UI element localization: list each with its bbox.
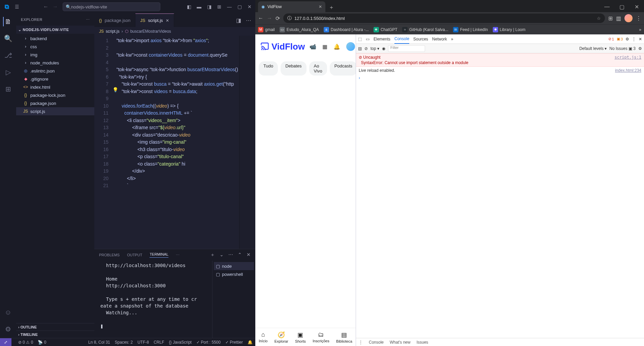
- nav-Início[interactable]: ⌂Início: [259, 331, 267, 343]
- bookmark-Dashboard | Alura -...[interactable]: aDashboard | Alura -...: [324, 27, 369, 32]
- chip-Ao Vivo[interactable]: Ao Vivo: [309, 61, 327, 76]
- chip-Debates[interactable]: Debates: [281, 61, 306, 76]
- project-header[interactable]: ⌄NODEJS-VIDFLOW-VITE: [16, 26, 94, 34]
- code-editor[interactable]: 123456789101112131415161718192021 💡 "tok…: [94, 36, 255, 249]
- nav-Inscrições[interactable]: 🗂Inscrições: [313, 331, 329, 343]
- tab-network[interactable]: Network: [432, 37, 447, 41]
- more-tabs-icon[interactable]: »: [451, 37, 453, 41]
- source-link[interactable]: index.html:234: [615, 68, 641, 73]
- back-icon[interactable]: ←: [43, 4, 49, 10]
- timeline-section[interactable]: › TIMELINE: [16, 330, 94, 338]
- bookmark-GitHub (Karol Salva...[interactable]: ○GitHub (Karol Salva...: [402, 27, 448, 32]
- folder-css[interactable]: ›css: [16, 42, 94, 51]
- drawer-more-icon[interactable]: ⋮: [359, 340, 363, 345]
- chip-Podcasts[interactable]: Podcasts: [330, 61, 357, 76]
- more-icon[interactable]: ⋯: [228, 252, 233, 258]
- terminal-powershell[interactable]: ▢powershell: [214, 270, 254, 278]
- log-levels[interactable]: Default levels ▾: [579, 46, 607, 51]
- menu-icon[interactable]: ⋮: [636, 15, 641, 22]
- tab-terminal[interactable]: TERMINAL: [150, 252, 168, 258]
- user-avatar[interactable]: [346, 42, 355, 51]
- vidflow-logo[interactable]: VidFlow: [260, 41, 305, 52]
- bookmark-Estudo_Alura_QA[interactable]: ▭Estudo_Alura_QA: [280, 27, 319, 32]
- source-link[interactable]: script.js:1: [615, 55, 641, 65]
- split-terminal-icon[interactable]: ⌄: [220, 252, 224, 258]
- file-.eslintrc.json[interactable]: ◎.eslintrc.json: [16, 67, 94, 75]
- source-control-icon[interactable]: ⎇: [3, 51, 13, 60]
- layout-customize-icon[interactable]: ⊞: [216, 4, 222, 9]
- bookmark-star-icon[interactable]: ☆: [597, 16, 601, 21]
- bookmark-ChatGPT[interactable]: ❖ChatGPT: [374, 27, 397, 32]
- console-settings-gear-icon[interactable]: ⚙: [638, 46, 642, 51]
- language-mode[interactable]: {} JavaScript: [169, 340, 192, 345]
- file-package.json[interactable]: {}package.json: [16, 99, 94, 107]
- extensions-icon[interactable]: ⊞: [608, 15, 613, 22]
- info-icon[interactable]: ⓘ: [287, 15, 292, 21]
- outline-section[interactable]: › OUTLINE: [16, 323, 94, 330]
- context-selector[interactable]: top ▾: [371, 46, 379, 51]
- nav-Biblioteca[interactable]: ▤Biblioteca: [336, 331, 352, 343]
- bookmark-Feed | LinkedIn[interactable]: inFeed | LinkedIn: [453, 27, 488, 32]
- more-icon[interactable]: ⋯: [246, 17, 251, 24]
- more-icon[interactable]: ⋮: [632, 37, 636, 41]
- side-panel-icon[interactable]: ▥: [616, 15, 621, 22]
- prettier-status[interactable]: ✓ Prettier: [225, 340, 243, 345]
- console-error[interactable]: ⊘ Uncaught SyntaxError: Cannot use impor…: [356, 53, 644, 67]
- extensions-icon[interactable]: ⊞: [3, 84, 13, 94]
- editor-tab-package.json[interactable]: {}package.json: [94, 13, 135, 27]
- layout-primary-icon[interactable]: ◧: [186, 4, 192, 9]
- back-icon[interactable]: ←: [258, 15, 263, 21]
- live-server-port[interactable]: ✓ Port : 5500: [196, 340, 221, 345]
- new-tab-button[interactable]: ＋: [327, 3, 336, 12]
- close-icon[interactable]: ✕: [629, 1, 644, 12]
- console-log[interactable]: Live reload enabled.index.html:234: [356, 67, 644, 74]
- tab-sources[interactable]: Sources: [413, 37, 428, 41]
- folder-img[interactable]: ›img: [16, 51, 94, 59]
- tab-output[interactable]: OUTPUT: [127, 253, 142, 257]
- grid-icon[interactable]: ▦: [322, 44, 327, 50]
- close-tab-icon[interactable]: ✕: [166, 18, 169, 23]
- clear-console-icon[interactable]: ⊘: [364, 46, 368, 51]
- hamburger-icon[interactable]: ☰: [15, 4, 23, 9]
- eye-icon[interactable]: ◉: [382, 46, 385, 51]
- console-output[interactable]: ⊘ Uncaught SyntaxError: Cannot use impor…: [356, 53, 644, 338]
- tab-console[interactable]: Console: [394, 34, 409, 44]
- inspect-icon[interactable]: ⬚: [358, 37, 362, 41]
- tab-elements[interactable]: Elements: [374, 37, 390, 41]
- new-terminal-icon[interactable]: ＋: [210, 252, 215, 258]
- close-tab-icon[interactable]: ✕: [319, 4, 322, 9]
- close-panel-icon[interactable]: ✕: [247, 252, 251, 258]
- maximize-icon[interactable]: ▢: [236, 4, 243, 9]
- settings-gear-icon[interactable]: ⚙: [625, 37, 629, 41]
- close-devtools-icon[interactable]: ✕: [639, 37, 642, 41]
- notifications-icon[interactable]: 🔔: [248, 340, 253, 345]
- profile-avatar[interactable]: [624, 14, 633, 22]
- terminal-node[interactable]: ▢node: [214, 262, 254, 270]
- bookmark-gmail[interactable]: Mgmail: [258, 27, 275, 32]
- minimize-icon[interactable]: —: [226, 4, 232, 9]
- nav-Explorar[interactable]: 🧭Explorar: [275, 331, 288, 343]
- browser-tab[interactable]: ◉ VidFlow ✕: [258, 1, 325, 12]
- search-icon[interactable]: 🔍: [3, 34, 13, 43]
- lightbulb-icon[interactable]: 💡: [112, 87, 118, 92]
- ports-icon[interactable]: 📡 0: [38, 340, 46, 345]
- encoding[interactable]: UTF-8: [137, 340, 149, 345]
- issues-link[interactable]: No Issues ▣ 3: [609, 46, 636, 51]
- reload-icon[interactable]: ⟳: [276, 15, 280, 22]
- maximize-icon[interactable]: ▢: [614, 1, 629, 12]
- minimap[interactable]: [239, 36, 255, 249]
- bookmarks-overflow-icon[interactable]: »: [639, 27, 641, 32]
- indent[interactable]: Spaces: 2: [115, 340, 133, 345]
- layout-panel-icon[interactable]: ▬: [196, 4, 202, 9]
- bookmark-Library | Loom[interactable]: ✱Library | Loom: [493, 27, 525, 32]
- error-badge[interactable]: ⊘ 1: [608, 37, 614, 41]
- bell-icon[interactable]: 🔔: [333, 44, 340, 50]
- cursor-pos[interactable]: Ln 8, Col 31: [88, 340, 110, 345]
- folder-node_modules[interactable]: ›node_modules: [16, 59, 94, 67]
- chip-Tudo[interactable]: Tudo: [259, 61, 278, 76]
- terminal-output[interactable]: http://localhost:3000/videos Home http:/…: [94, 261, 212, 338]
- device-icon[interactable]: ▭: [366, 37, 369, 41]
- minimize-icon[interactable]: —: [600, 1, 614, 12]
- remote-icon[interactable]: ⤢: [0, 338, 11, 346]
- file-.gitignore[interactable]: ◆.gitignore: [16, 75, 94, 83]
